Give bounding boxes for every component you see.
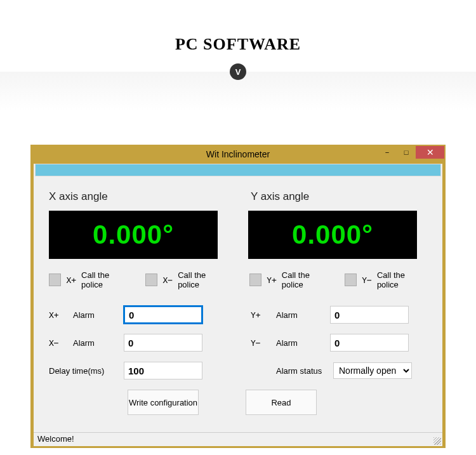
header-band xyxy=(35,164,441,176)
y-minus-alarm-symbol: Y− xyxy=(251,338,276,348)
x-angle-display: 0.000° xyxy=(49,211,218,259)
y-minus-symbol: Y− xyxy=(362,275,372,285)
y-minus-police-label: Call the police xyxy=(377,270,427,289)
x-minus-police-label: Call the police xyxy=(178,270,228,289)
read-button[interactable]: Read xyxy=(246,390,317,415)
y-minus-alarm-label: Alarm xyxy=(276,338,330,348)
x-minus-alarm-input[interactable] xyxy=(124,334,202,352)
y-minus-alarm-input[interactable] xyxy=(330,334,409,352)
x-minus-alarm-symbol: X− xyxy=(49,338,73,348)
close-button[interactable]: ✕ xyxy=(416,146,444,159)
alarm-status-select[interactable]: Normally open xyxy=(333,362,412,379)
y-plus-police-label: Call the police xyxy=(282,270,332,289)
write-config-button[interactable]: Write configuration xyxy=(128,390,199,415)
y-axis-label: Y axis angle xyxy=(251,190,309,203)
x-minus-police-checkbox[interactable] xyxy=(145,274,157,286)
x-plus-police-checkbox[interactable] xyxy=(49,274,61,286)
x-plus-alarm-symbol: X+ xyxy=(49,310,73,320)
y-plus-alarm-input[interactable] xyxy=(330,306,409,324)
x-minus-symbol: X− xyxy=(162,275,173,285)
delay-time-input[interactable] xyxy=(124,362,202,379)
x-plus-alarm-label: Alarm xyxy=(73,310,124,320)
x-plus-alarm-input[interactable] xyxy=(124,306,202,324)
x-plus-police-label: Call the police xyxy=(81,270,131,289)
y-plus-alarm-symbol: Y+ xyxy=(251,310,276,320)
y-plus-police-checkbox[interactable] xyxy=(249,274,261,286)
status-bar: Welcome! xyxy=(34,432,442,446)
y-plus-symbol: Y+ xyxy=(267,275,277,285)
titlebar: Wit Inclinometer − □ ✕ xyxy=(32,146,444,162)
x-minus-alarm-label: Alarm xyxy=(73,338,124,348)
y-angle-display: 0.000° xyxy=(248,211,417,259)
resize-grip-icon[interactable] xyxy=(433,437,441,445)
delay-time-label: Delay time(ms) xyxy=(49,366,124,376)
minimize-button[interactable]: − xyxy=(378,146,397,159)
app-window: Wit Inclinometer − □ ✕ X axis angle Y ax… xyxy=(30,145,446,448)
y-plus-alarm-label: Alarm xyxy=(276,310,330,320)
page-heading: PC SOFTWARE xyxy=(0,35,476,54)
alarm-status-label: Alarm status xyxy=(276,366,333,376)
version-badge: V xyxy=(230,63,246,80)
x-plus-symbol: X+ xyxy=(66,275,76,285)
maximize-button[interactable]: □ xyxy=(397,146,416,159)
y-minus-police-checkbox[interactable] xyxy=(345,274,357,286)
x-axis-label: X axis angle xyxy=(49,190,251,203)
